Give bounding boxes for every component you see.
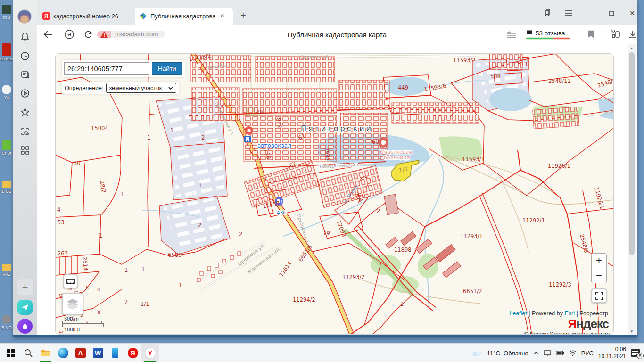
svg-text:A: A [508, 31, 511, 33]
downloads-icon[interactable] [629, 30, 636, 38]
clock[interactable]: 0:06 10.11.2021 [598, 346, 626, 360]
folder-icon [2, 264, 11, 271]
scroll-up-icon[interactable]: ▲ [628, 44, 636, 52]
svg-text:1: 1 [120, 191, 124, 197]
svg-text:2: 2 [124, 299, 128, 305]
taskbar-search-icon[interactable] [19, 344, 37, 362]
maximize-button[interactable] [606, 8, 617, 18]
zoom-in-button[interactable]: + [592, 254, 606, 268]
svg-text:Я: Я [67, 32, 71, 37]
fullscreen-button[interactable] [591, 288, 607, 303]
leaflet-link[interactable]: Leaflet [509, 310, 527, 317]
cadastral-map[interactable]: 11418/2Садовая ул.Дружбы11593/2511508254… [55, 53, 614, 335]
cadastral-number-input[interactable] [64, 62, 149, 75]
phone-link-icon[interactable] [107, 344, 124, 362]
close-button[interactable]: ✕ [627, 8, 637, 18]
tab-yandex-search[interactable]: Я кадастровый номер 26:29 [38, 8, 132, 25]
yandex-favicon: Я [42, 12, 50, 20]
folder-icon [2, 181, 11, 188]
insecure-warning-icon [97, 31, 111, 38]
reader-mode-icon[interactable]: A [507, 31, 516, 38]
screenshot-icon[interactable] [19, 125, 31, 138]
tab-title: кадастровый номер 26:29 [53, 13, 119, 20]
history-clock-icon[interactable] [19, 50, 31, 62]
shortcut-label: В МО [0, 325, 13, 330]
weather-temp[interactable]: 11°C Облачно [487, 350, 528, 357]
desktop-shortcut[interactable]: В МО [0, 315, 13, 330]
notification-center-icon[interactable]: 5 [631, 349, 640, 357]
wifi-icon[interactable] [569, 350, 577, 356]
menu-icon[interactable] [563, 8, 573, 18]
tab-title: Публичная кадастрова [150, 13, 215, 20]
collections-icon[interactable] [611, 30, 620, 39]
new-tab-button[interactable]: + [240, 10, 246, 21]
svg-text:Садовая ул.: Садовая ул. [300, 54, 330, 60]
svg-text:11293/2: 11293/2 [342, 274, 365, 280]
page-scrollbar[interactable]: ▲ ▼ [628, 44, 636, 335]
alice-assistant-icon[interactable] [17, 319, 33, 334]
messenger-icon[interactable] [17, 300, 33, 315]
svg-text:11292/1: 11292/1 [522, 217, 545, 224]
yandex-home-icon[interactable]: Я [64, 29, 74, 40]
svg-text:11593/2: 11593/2 [453, 57, 476, 64]
feed-icon[interactable] [19, 68, 31, 81]
desktop-shortcut[interactable]: Ac Rea [0, 43, 13, 61]
svg-text:2597: 2597 [323, 147, 331, 161]
comment-icon [526, 30, 533, 36]
side-panel-icon[interactable] [542, 8, 553, 18]
cast-icon[interactable] [544, 350, 551, 356]
tab-cadastral-map[interactable]: Публичная кадастрова ✕ [135, 8, 233, 25]
word-icon[interactable]: W [89, 344, 107, 362]
rosreestr-label: Росреестр [579, 310, 608, 317]
battery-icon[interactable] [556, 351, 564, 355]
zoom-out-button[interactable]: − [592, 268, 606, 283]
browser-window: Я кадастровый номер 26:29 Публичная када… [13, 0, 637, 337]
scroll-down-icon[interactable]: ▼ [628, 328, 636, 335]
reload-icon[interactable] [84, 30, 93, 39]
edge-icon[interactable] [54, 344, 72, 362]
scroll-thumb[interactable] [629, 52, 635, 255]
search-button[interactable]: Найти [152, 62, 182, 75]
svg-text:1: 1 [147, 134, 150, 141]
desktop-shortcut[interactable]: В ОБ [0, 181, 13, 194]
shortcut-label: Ac Rea [0, 57, 13, 61]
definition-select[interactable]: земельный участок [106, 83, 177, 93]
svg-text:2: 2 [239, 231, 242, 238]
minimize-button[interactable]: — [586, 8, 596, 18]
browser-sidebar: + [13, 0, 37, 335]
layers-button[interactable] [62, 293, 83, 315]
bookmark-flag-icon[interactable] [587, 30, 594, 38]
reviews-widget[interactable]: 53 отзыва [526, 29, 570, 39]
desktop-shortcut[interactable]: ком [0, 5, 13, 20]
measure-tool-button[interactable] [63, 274, 78, 288]
address-bar[interactable]: roscadastr.com [97, 28, 165, 41]
video-play-icon[interactable] [19, 87, 31, 99]
terms-link[interactable]: Условия использования [549, 331, 610, 335]
svg-text:263: 263 [58, 250, 68, 257]
svg-text:5: 5 [86, 285, 89, 290]
svg-text:1: 1 [400, 301, 404, 307]
desktop-shortcut[interactable]: Ya [0, 85, 13, 100]
services-grid-icon[interactable] [19, 144, 31, 156]
yandex-browser-icon[interactable]: Я [124, 344, 141, 362]
active-browser-icon[interactable]: Y [141, 344, 159, 362]
tray-expand-icon[interactable] [533, 351, 539, 355]
start-button[interactable] [2, 344, 19, 362]
file-explorer-icon[interactable] [37, 344, 54, 362]
tab-close-icon[interactable]: ✕ [220, 13, 224, 19]
sidebar-add-button[interactable]: + [17, 279, 33, 295]
svg-text:11293/1: 11293/1 [460, 233, 483, 239]
svg-text:автовокзал: автовокзал [257, 142, 291, 149]
back-icon[interactable] [43, 31, 53, 38]
notification-badge: 5 [637, 353, 644, 359]
app-icon [2, 43, 11, 56]
yandex-copyright: © Яндекс Условия использования [524, 331, 610, 335]
profile-avatar[interactable] [17, 9, 32, 24]
desktop-shortcut[interactable]: Cr Dr [0, 140, 13, 156]
acrobat-icon[interactable]: A [72, 344, 89, 362]
language-indicator[interactable]: РУС [581, 350, 594, 357]
notifications-bell-icon[interactable] [19, 31, 31, 43]
esri-link[interactable]: Esri [564, 310, 575, 317]
bookmarks-star-icon[interactable] [19, 106, 31, 118]
desktop-shortcut[interactable]: РАБ [0, 264, 13, 277]
